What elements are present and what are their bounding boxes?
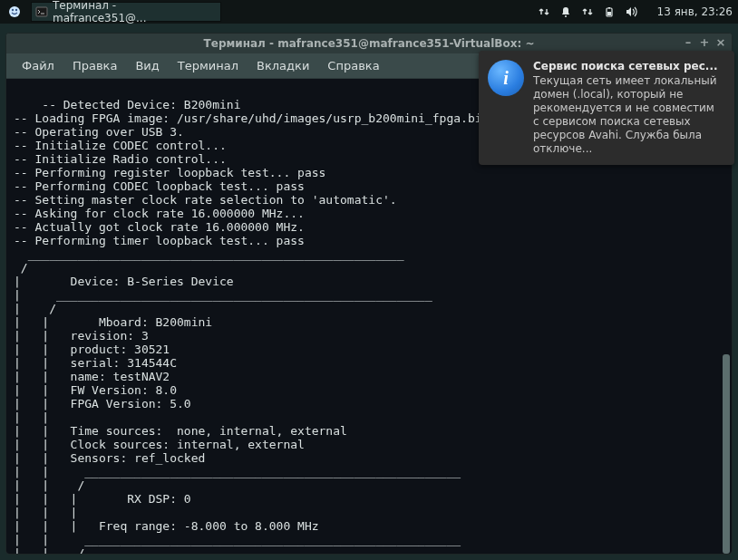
network-up-icon[interactable] <box>538 5 550 18</box>
network-updown-icon[interactable] <box>581 5 594 18</box>
menu-terminal[interactable]: Терминал <box>170 55 247 76</box>
scrollbar-thumb[interactable] <box>723 354 730 554</box>
system-tray: 13 янв, 23:26 <box>538 5 733 18</box>
maximize-button[interactable]: + <box>697 35 712 50</box>
terminal-output: -- Detected Device: B200mini -- Loading … <box>14 98 546 554</box>
window-title: Терминал - mafrance351@mafrance351-Virtu… <box>204 37 535 50</box>
svg-rect-7 <box>607 12 611 15</box>
menu-file[interactable]: Файл <box>14 55 63 76</box>
minimize-button[interactable]: – <box>681 35 695 50</box>
battery-icon[interactable] <box>603 5 616 18</box>
clock[interactable]: 13 янв, 23:26 <box>657 5 733 18</box>
app-launcher-icon[interactable] <box>5 3 24 21</box>
svg-rect-6 <box>608 7 610 9</box>
taskbar-button-terminal[interactable]: Терминал - mafrance351@... <box>31 2 221 22</box>
close-button[interactable]: × <box>714 35 728 50</box>
menu-tabs[interactable]: Вкладки <box>248 55 317 76</box>
svg-point-0 <box>9 6 20 17</box>
menu-view[interactable]: Вид <box>127 55 167 76</box>
notification-bell-icon[interactable] <box>559 5 572 18</box>
notification-popup[interactable]: i Сервис поиска сетевых рес... Текущая с… <box>479 51 734 165</box>
notification-title: Сервис поиска сетевых рес... <box>533 60 723 72</box>
volume-icon[interactable] <box>625 5 639 18</box>
svg-point-2 <box>15 9 17 11</box>
menu-edit[interactable]: Правка <box>64 55 125 76</box>
info-icon: i <box>488 60 524 96</box>
top-panel: Терминал - mafrance351@... 13 янв, 23:26 <box>0 0 738 24</box>
menu-help[interactable]: Справка <box>319 55 387 76</box>
notification-body: Текущая сеть имеет локальный домен (.loc… <box>533 74 723 156</box>
svg-rect-3 <box>36 7 47 16</box>
svg-point-1 <box>12 9 14 11</box>
taskbar-button-label: Терминал - mafrance351@... <box>53 0 213 24</box>
svg-point-4 <box>565 15 567 17</box>
terminal-icon <box>35 5 48 18</box>
